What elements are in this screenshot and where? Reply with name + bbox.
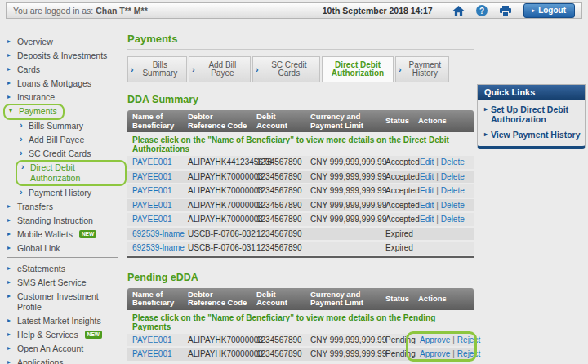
sidebar-item-inner: ▸Overview [4, 36, 56, 48]
sidebar-item-payment-history[interactable]: ›Payment History [16, 187, 127, 199]
chevron-right-icon: › [20, 149, 25, 157]
sidebar-item-label: Loans & Mortgages [17, 78, 91, 89]
tab-bar: ›Bills Summary›Add Bill Payee›SC Credit … [127, 56, 474, 82]
column-header-status: Status [385, 295, 418, 304]
tab-payment-history[interactable]: ›Payment History [395, 56, 449, 82]
beneficiary-link[interactable]: PAYEE001 [132, 201, 188, 210]
action-edit-link[interactable]: Edit [420, 186, 434, 195]
triangle-right-icon: ▸ [7, 344, 14, 353]
action-reject-link[interactable]: Reject [457, 349, 480, 358]
sidebar-item-inner: ▸Insurance [4, 91, 58, 104]
sidebar-item-label: eStatements [17, 264, 65, 274]
tab-sc-credit-cards[interactable]: ›SC Credit Cards [252, 56, 320, 82]
sidebar-item-bills-summary[interactable]: ›Bills Summary [16, 120, 127, 132]
action-edit-link[interactable]: Edit [420, 158, 434, 166]
action-separator: | [436, 215, 439, 224]
logout-button[interactable]: ▸ Logout [523, 3, 575, 18]
help-icon[interactable]: ? [476, 5, 488, 16]
debit-account-cell: 1234567890 [256, 243, 310, 252]
sidebar-item-customer-investment-profile[interactable]: ▸Customer Investment Profile [4, 291, 127, 313]
debtor-reference-cell: ALIPAYHK70000003 [188, 186, 256, 195]
sidebar-item-label: Help & Services [17, 330, 78, 340]
sidebar-item-estatements[interactable]: ▸eStatements [4, 263, 127, 275]
triangle-right-icon: ▸ [7, 51, 14, 60]
sidebar-item-payments[interactable]: ▾Payments [4, 105, 127, 118]
sidebar-item-inner: ▸Deposits & Investments [4, 50, 110, 62]
tab-label: SC Credit Cards [261, 61, 317, 78]
beneficiary-link[interactable]: PAYEE001 [132, 158, 188, 166]
table-row: PAYEE001ALIPAYHK700000031234567890CNY 99… [127, 199, 474, 212]
sidebar-item-deposits-investments[interactable]: ▸Deposits & Investments [4, 50, 127, 62]
sidebar-item-sc-credit-cards[interactable]: ›SC Credit Cards [16, 148, 127, 160]
sidebar-item-label: Cards [17, 64, 40, 75]
table-row: PAYEE001ALIPAYHK700000031234567890CNY 99… [127, 171, 474, 184]
action-reject-link[interactable]: Reject [457, 335, 480, 344]
action-separator: | [436, 172, 439, 181]
debit-account-cell: 1234567890 [256, 335, 310, 344]
debtor-reference-cell: USCB-F-0706-031 [188, 243, 256, 252]
sidebar-item-help-services[interactable]: ▸Help & ServicesNEW [4, 329, 127, 341]
sidebar-item-open-an-account[interactable]: ▸Open An Account [4, 343, 127, 355]
tab-direct-debit-authorization[interactable]: Direct Debit Authorization [322, 56, 394, 82]
triangle-right-icon: ▸ [484, 130, 488, 140]
sidebar-item-loans-mortgages[interactable]: ▸Loans & Mortgages [4, 78, 127, 90]
debtor-reference-cell: ALIPAYHK4412345678 [188, 158, 256, 166]
sidebar-item-direct-debit-authorization[interactable]: ›Direct Debit Authorization [16, 162, 127, 184]
action-delete-link[interactable]: Delete [441, 186, 465, 195]
quick-link-set-up-direct-debit-authorization[interactable]: ▸Set Up Direct Debit Authorization [478, 100, 585, 125]
table-row: PAYEE001ALIPAYHK700000031234567890CNY 99… [127, 213, 474, 226]
home-icon[interactable] [452, 5, 465, 16]
debtor-reference-cell: ALIPAYHK70000003 [188, 335, 256, 344]
triangle-right-icon: ▸ [7, 202, 14, 211]
beneficiary-link[interactable]: 692539-lname [132, 229, 188, 238]
action-edit-link[interactable]: Edit [420, 172, 434, 181]
action-delete-link[interactable]: Delete [441, 158, 465, 166]
sidebar-item-applications[interactable]: ▸Applications [4, 357, 127, 364]
status-cell: Pending [385, 335, 418, 344]
sidebar-item-latest-market-insights[interactable]: ▸Latest Market Insights [4, 315, 127, 327]
column-header-actions: Actions [418, 295, 474, 304]
beneficiary-link[interactable]: PAYEE001 [132, 215, 188, 224]
quick-links-panel: Quick Links ▸Set Up Direct Debit Authori… [477, 84, 586, 149]
triangle-right-icon: ▸ [7, 264, 14, 273]
dda-table-header: Name of BeneficiaryDebtor Reference Code… [127, 110, 474, 132]
beneficiary-link[interactable]: PAYEE001 [132, 172, 188, 181]
sidebar-item-overview[interactable]: ▸Overview [4, 36, 127, 48]
print-icon[interactable] [500, 5, 512, 16]
status-cell: Accepted [385, 158, 418, 166]
beneficiary-link[interactable]: PAYEE001 [132, 335, 188, 344]
action-approve-link[interactable]: Approve [420, 335, 450, 344]
sidebar-item-mobile-wallets[interactable]: ▸Mobile WalletsNEW [4, 229, 127, 241]
beneficiary-link[interactable]: PAYEE001 [132, 349, 188, 358]
sidebar-item-transfers[interactable]: ▸Transfers [4, 201, 127, 213]
column-header-name-of-beneficiary: Name of Beneficiary [132, 113, 188, 130]
sidebar-item-insurance[interactable]: ▸Insurance [4, 91, 127, 104]
debtor-reference-cell: ALIPAYHK70000003 [188, 215, 256, 224]
action-delete-link[interactable]: Delete [441, 215, 465, 224]
beneficiary-link[interactable]: PAYEE001 [132, 186, 188, 195]
sidebar-item-add-bill-payee[interactable]: ›Add Bill Payee [16, 134, 127, 146]
logout-label: Logout [538, 6, 566, 15]
sidebar-item-global-link[interactable]: ▸Global Link [4, 242, 127, 255]
action-approve-link[interactable]: Approve [420, 349, 450, 358]
sidebar-item-inner: ›Add Bill Payee [16, 134, 87, 146]
quick-link-view-payment-history[interactable]: ▸View Payment History [478, 125, 585, 146]
tab-label: Bills Summary [136, 61, 184, 78]
tab-add-bill-payee[interactable]: ›Add Bill Payee [189, 56, 251, 82]
chevron-right-icon: ▸ [532, 7, 536, 14]
payment-limit-cell: CNY 999,999,999.99 [310, 215, 385, 224]
sidebar-item-standing-instruction[interactable]: ▸Standing Instruction [4, 215, 127, 227]
sidebar-item-inner: ▸Open An Account [4, 343, 87, 355]
page-title: Payments [127, 33, 474, 50]
action-edit-link[interactable]: Edit [420, 201, 434, 210]
sidebar-item-sms-alert-service[interactable]: ▸SMS Alert Service [4, 277, 127, 289]
sidebar-item-inner: ▸Global Link [4, 242, 64, 255]
tab-bills-summary[interactable]: ›Bills Summary [127, 56, 187, 82]
debit-account-cell: 1234567890 [256, 172, 310, 181]
action-delete-link[interactable]: Delete [441, 201, 465, 210]
sidebar-item-cards[interactable]: ▸Cards [4, 64, 127, 76]
beneficiary-link[interactable]: 692539-lname [132, 243, 188, 252]
action-delete-link[interactable]: Delete [441, 172, 465, 181]
sidebar-item-inner: ▸eStatements [4, 263, 69, 275]
action-edit-link[interactable]: Edit [420, 215, 434, 224]
